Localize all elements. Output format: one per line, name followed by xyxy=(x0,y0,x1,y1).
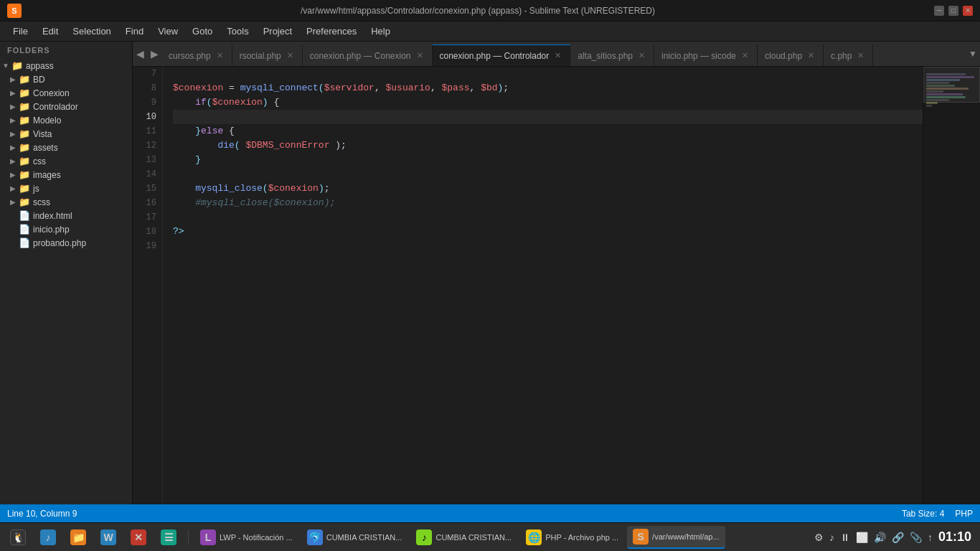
sidebar-item-images[interactable]: ▶ 📁 images xyxy=(0,168,132,182)
statusbar-tab-size[interactable]: Tab Size: 4 xyxy=(902,509,944,519)
sidebar-item-vista[interactable]: ▶ 📁 Vista xyxy=(0,127,132,141)
tab-label: inicio.php — sicode xyxy=(661,51,736,61)
tab-conexion-controlador[interactable]: conexion.php — Controlador ✕ xyxy=(433,44,571,66)
sys-link-icon[interactable]: 🔗 xyxy=(892,532,904,543)
sidebar-item-appass[interactable]: ▼ 📁 appass xyxy=(0,59,132,72)
code-line-11: }else { xyxy=(173,124,923,138)
tab-prev-btn[interactable]: ◀ xyxy=(133,42,147,66)
tab-cphp[interactable]: c.php ✕ xyxy=(824,44,873,66)
statusbar-language[interactable]: PHP xyxy=(955,509,973,519)
tree-label: Controlador xyxy=(33,102,78,112)
folder-icon: 📁 xyxy=(19,101,30,112)
tab-conexion-conexion[interactable]: conexion.php — Conexion ✕ xyxy=(303,44,433,66)
menu-item-edit[interactable]: Edit xyxy=(35,23,65,39)
titlebar-controls: ─ □ ✕ xyxy=(934,6,973,16)
menu-item-goto[interactable]: Goto xyxy=(185,23,220,39)
tab-close-btn[interactable]: ✕ xyxy=(553,50,562,61)
tab-next-btn[interactable]: ▶ xyxy=(147,42,161,66)
tab-close-btn[interactable]: ✕ xyxy=(637,50,646,61)
taskbar-app-cumbia[interactable]: ♪ CUMBIA CRISTIAN... xyxy=(410,526,517,549)
tree-arrow: ▶ xyxy=(7,198,19,206)
menu-item-tools[interactable]: Tools xyxy=(220,23,255,39)
sys-up-icon[interactable]: ↑ xyxy=(928,532,933,543)
sys-music-icon[interactable]: ♪ xyxy=(829,532,834,543)
sys-pause-icon[interactable]: ⏸ xyxy=(840,532,850,543)
taskbar-app-word[interactable]: W xyxy=(95,526,122,549)
sys-window-icon[interactable]: ⬜ xyxy=(856,532,868,543)
tab-close-btn[interactable]: ✕ xyxy=(286,50,295,61)
tree-label: appass xyxy=(26,61,54,71)
tree-label: assets xyxy=(33,143,58,153)
sys-volume-icon[interactable]: 🔊 xyxy=(874,532,886,543)
tab-cursos[interactable]: cursos.php ✕ xyxy=(161,44,232,66)
titlebar-minimize-btn[interactable]: ─ xyxy=(934,6,944,16)
sys-clip-icon[interactable]: 📎 xyxy=(910,532,922,543)
titlebar-close-btn[interactable]: ✕ xyxy=(963,6,973,16)
tree-arrow: ▶ xyxy=(7,75,19,83)
taskbar-app-lwp[interactable]: L LWP - Notificación ... xyxy=(194,526,298,549)
tab-overflow-btn[interactable]: ▼ xyxy=(966,42,980,66)
menu-item-file[interactable]: File xyxy=(6,23,35,39)
taskbar-app-red[interactable]: ✕ xyxy=(125,526,152,549)
sidebar-item-js[interactable]: ▶ 📁 js xyxy=(0,182,132,195)
tree-arrow: ▶ xyxy=(7,89,19,97)
taskbar-app-launcher[interactable]: 🐧 xyxy=(4,526,32,549)
sidebar-item-assets[interactable]: ▶ 📁 assets xyxy=(0,141,132,154)
tree-label: css xyxy=(33,156,46,166)
sidebar-item-bd[interactable]: ▶ 📁 BD xyxy=(0,72,132,86)
sidebar-item-css[interactable]: ▶ 📁 css xyxy=(0,154,132,168)
tab-close-btn[interactable]: ✕ xyxy=(415,50,425,61)
sidebar-item-modelo[interactable]: ▶ 📁 Modelo xyxy=(0,113,132,127)
tree-label: Vista xyxy=(33,129,52,139)
taskbar-separator-1 xyxy=(188,530,189,545)
app-dolphin-icon: 🐬 xyxy=(307,529,323,545)
code-line-18: ?> xyxy=(173,225,923,239)
file-icon: 📄 xyxy=(19,237,30,248)
titlebar-restore-btn[interactable]: □ xyxy=(948,6,958,16)
code-content[interactable]: $conexion = mysqli_connect($servidor, $u… xyxy=(163,67,923,504)
taskbar-app-music[interactable]: ♪ xyxy=(34,526,62,549)
code-line-9: if($conexion) { xyxy=(173,95,923,110)
sidebar-item-probandophp[interactable]: 📄 probando.php xyxy=(0,236,132,250)
menu-item-selection[interactable]: Selection xyxy=(65,23,118,39)
code-line-12: die( $DBMS_connError ); xyxy=(173,138,923,153)
code-line-16: #mysqli_close($conexion); xyxy=(173,196,923,210)
tab-label: alta_sitios.php xyxy=(578,51,633,61)
statusbar-position: Line 10, Column 9 xyxy=(7,509,77,519)
sys-settings-icon[interactable]: ⚙ xyxy=(814,532,824,543)
tree-arrow: ▶ xyxy=(7,130,19,138)
sidebar-item-scss[interactable]: ▶ 📁 scss xyxy=(0,195,132,209)
sidebar-item-iniciophp[interactable]: 📄 inicio.php xyxy=(0,222,132,236)
tab-label: cloud.php xyxy=(765,51,802,61)
taskbar-app-dolphin[interactable]: 🐬 CUMBIA CRISTIAN... xyxy=(301,526,408,549)
menu-item-help[interactable]: Help xyxy=(364,23,397,39)
menu-item-preferences[interactable]: Preferences xyxy=(299,23,364,39)
tab-close-btn[interactable]: ✕ xyxy=(215,50,225,61)
taskbar-app-sublime[interactable]: S /var/www/html/ap... xyxy=(627,526,725,549)
app-lwp-icon: L xyxy=(200,529,216,545)
menu-item-view[interactable]: View xyxy=(151,23,185,39)
menu-item-project[interactable]: Project xyxy=(256,23,299,39)
sidebar-item-conexion[interactable]: ▶ 📁 Conexion xyxy=(0,86,132,100)
tab-close-btn[interactable]: ✕ xyxy=(806,50,816,61)
tab-close-btn[interactable]: ✕ xyxy=(856,50,865,61)
tree-arrow: ▶ xyxy=(7,171,19,179)
code-line-15: mysqli_close($conexion); xyxy=(173,182,923,196)
sidebar-item-indexhtml[interactable]: 📄 index.html xyxy=(0,209,132,222)
menu-item-find[interactable]: Find xyxy=(118,23,151,39)
code-editor[interactable]: 78910111213141516171819 $conexion = mysq… xyxy=(133,67,980,504)
taskbar-app-browser[interactable]: 🌐 PHP - Archivo php ... xyxy=(520,526,624,549)
taskbar-app-files[interactable]: 📁 xyxy=(65,526,92,549)
taskbar-app-teal[interactable]: ☰ xyxy=(155,526,182,549)
taskbar-clock: 01:10 xyxy=(938,529,976,545)
tab-cloud[interactable]: cloud.php ✕ xyxy=(758,44,824,66)
titlebar: S /var/www/html/appass/Controlador/conex… xyxy=(0,0,980,22)
tab-inicio-sicode[interactable]: inicio.php — sicode ✕ xyxy=(654,44,758,66)
tab-alta-sitios[interactable]: alta_sitios.php ✕ xyxy=(570,44,654,66)
sidebar-item-controlador[interactable]: ▶ 📁 Controlador xyxy=(0,100,132,113)
tab-rsocial[interactable]: rsocial.php ✕ xyxy=(232,44,303,66)
titlebar-title: /var/www/html/appass/Controlador/conexio… xyxy=(22,6,934,16)
code-line-19 xyxy=(173,239,923,253)
tab-close-btn[interactable]: ✕ xyxy=(740,50,750,61)
tab-label: conexion.php — Controlador xyxy=(440,51,550,61)
